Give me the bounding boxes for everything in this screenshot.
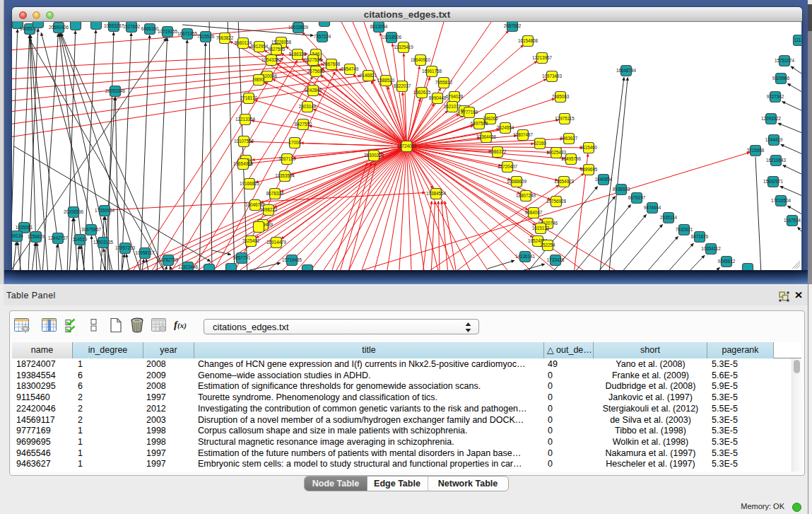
svg-text:25300203: 25300203 [364, 153, 384, 158]
svg-text:14136141: 14136141 [515, 254, 536, 259]
svg-text:15716485: 15716485 [282, 257, 302, 262]
svg-text:3498222: 3498222 [260, 207, 278, 212]
svg-text:11325419: 11325419 [394, 45, 413, 49]
svg-text:3267110: 3267110 [278, 156, 296, 161]
svg-text:17016504: 17016504 [771, 198, 792, 203]
svg-text:2718170: 2718170 [240, 95, 258, 100]
svg-text:1835061: 1835061 [16, 225, 33, 230]
svg-text:6497568: 6497568 [471, 121, 488, 126]
svg-text:9890: 9890 [254, 77, 264, 82]
svg-text:8813054: 8813054 [370, 24, 388, 29]
svg-text:17957253: 17957253 [115, 245, 136, 250]
svg-text:16033809: 16033809 [288, 25, 309, 30]
svg-text:10973493: 10973493 [542, 74, 563, 78]
svg-text:6466160: 6466160 [141, 26, 159, 31]
svg-text:1733426: 1733426 [547, 257, 565, 262]
svg-text:114519: 114519 [73, 237, 88, 242]
svg-text:746266: 746266 [483, 116, 498, 121]
svg-text:18724007: 18724007 [396, 144, 417, 148]
svg-text:8678334: 8678334 [266, 191, 284, 196]
svg-text:6679197: 6679197 [628, 195, 646, 200]
svg-text:17006: 17006 [288, 140, 301, 145]
svg-text:8454749: 8454749 [341, 66, 359, 71]
svg-text:1112: 1112 [794, 37, 801, 42]
svg-text:2803144: 2803144 [299, 104, 317, 109]
svg-text:7625402: 7625402 [242, 238, 260, 243]
svg-text:19756928: 19756928 [546, 199, 567, 204]
svg-text:8938923: 8938923 [613, 187, 630, 192]
svg-text:8427552: 8427552 [295, 122, 312, 127]
svg-text:17359934: 17359934 [95, 208, 115, 213]
svg-text:9227342: 9227342 [767, 94, 784, 99]
svg-text:12942737: 12942737 [48, 235, 69, 240]
svg-text:9084067: 9084067 [525, 210, 543, 215]
svg-text:21364436: 21364436 [476, 134, 497, 139]
svg-text:1244419: 1244419 [765, 137, 783, 142]
svg-text:252254: 252254 [540, 243, 555, 247]
svg-text:1167534: 1167534 [784, 218, 801, 223]
svg-text:1362615: 1362615 [413, 90, 431, 95]
svg-text:19384554: 19384554 [426, 191, 447, 196]
svg-text:9327508: 9327508 [305, 57, 322, 62]
svg-text:20206536: 20206536 [64, 209, 84, 214]
svg-text:8471676: 8471676 [691, 234, 709, 239]
svg-text:18495796: 18495796 [561, 156, 582, 161]
svg-text:1588520: 1588520 [377, 78, 395, 83]
svg-text:19166825: 19166825 [240, 181, 260, 186]
svg-text:9245612: 9245612 [718, 259, 736, 264]
svg-text:1615132: 1615132 [532, 226, 550, 230]
svg-text:16154808: 16154808 [518, 38, 539, 43]
svg-text:10025433: 10025433 [546, 150, 567, 155]
svg-text:8660124: 8660124 [235, 40, 252, 45]
svg-text:16648784: 16648784 [616, 68, 637, 73]
svg-text:8186328: 8186328 [289, 52, 307, 57]
svg-text:9329966: 9329966 [772, 76, 790, 81]
svg-text:9463627: 9463627 [560, 136, 578, 141]
svg-text:12093322: 12093322 [761, 116, 782, 121]
svg-text:7515526: 7515526 [197, 34, 215, 39]
svg-text:1527602: 1527602 [123, 24, 141, 29]
svg-text:7986372: 7986372 [489, 149, 507, 154]
svg-text:16914479: 16914479 [266, 240, 287, 245]
svg-text:12213967: 12213967 [532, 55, 553, 60]
svg-text:10107552: 10107552 [234, 139, 254, 144]
svg-text:9827505: 9827505 [268, 47, 286, 52]
svg-text:2935114: 2935114 [660, 215, 678, 220]
svg-text:15751074: 15751074 [775, 58, 795, 63]
svg-text:7485063: 7485063 [552, 94, 570, 99]
svg-text:9474444: 9474444 [644, 205, 661, 210]
svg-text:10958117: 10958117 [135, 250, 155, 255]
svg-text:30975867: 30975867 [81, 227, 102, 232]
svg-text:19654985: 19654985 [233, 161, 254, 166]
svg-text:18640910: 18640910 [411, 57, 431, 62]
svg-text:19654923: 19654923 [554, 179, 575, 184]
svg-text:15720407: 15720407 [498, 164, 518, 169]
svg-text:1640954: 1640954 [595, 177, 613, 182]
svg-text:10807487: 10807487 [513, 132, 534, 137]
svg-text:18807249: 18807249 [516, 193, 536, 198]
svg-text:62160: 62160 [534, 141, 546, 146]
svg-text:16961758: 16961758 [422, 69, 442, 74]
svg-text:10543382: 10543382 [261, 57, 282, 62]
svg-text:15692971: 15692971 [763, 179, 784, 184]
svg-text:11353594: 11353594 [275, 173, 295, 178]
svg-text:9899695: 9899695 [580, 167, 598, 172]
svg-text:19218506: 19218506 [382, 35, 402, 40]
svg-text:10719155: 10719155 [158, 29, 178, 34]
svg-text:16671355: 16671355 [177, 31, 198, 36]
svg-text:12503135: 12503135 [93, 240, 114, 245]
svg-text:2867608: 2867608 [323, 62, 341, 66]
svg-text:1156829: 1156829 [28, 234, 45, 239]
svg-text:10654112: 10654112 [701, 246, 721, 251]
svg-text:7955812: 7955812 [435, 80, 453, 85]
svg-text:9777169: 9777169 [461, 110, 478, 115]
svg-text:8990448: 8990448 [429, 95, 447, 100]
svg-text:16782759: 16782759 [158, 257, 179, 262]
svg-text:10688609: 10688609 [507, 179, 527, 184]
svg-text:8322037: 8322037 [394, 83, 411, 88]
svg-text:3624554: 3624554 [497, 125, 514, 130]
svg-text:9115460: 9115460 [580, 145, 598, 150]
svg-text:12975115: 12975115 [555, 116, 575, 121]
svg-text:39134: 39134 [12, 233, 23, 238]
svg-text:9857791: 9857791 [233, 255, 251, 260]
